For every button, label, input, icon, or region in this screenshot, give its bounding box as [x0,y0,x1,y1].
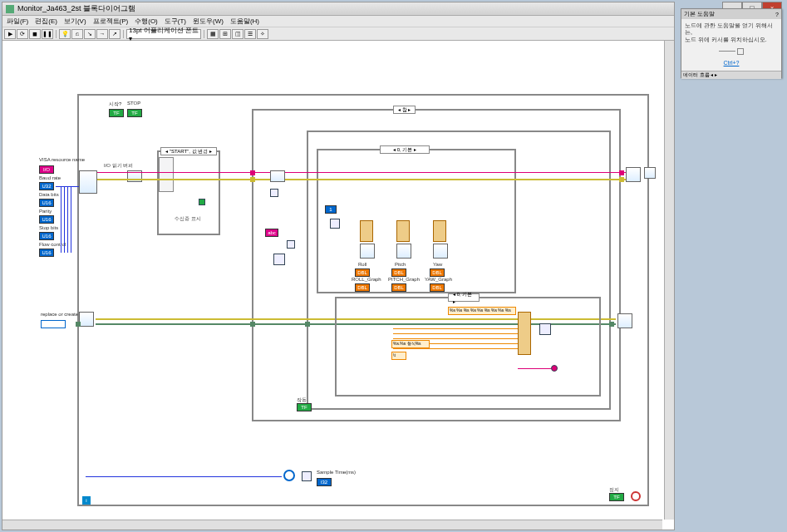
terminal-stop[interactable]: TF [127,109,142,117]
event-data-node[interactable] [159,157,174,192]
wire-o5 [393,348,518,349]
terminal-flow[interactable]: U16 [39,249,54,257]
tab-const[interactable]: \t [391,352,406,360]
indicator-roll[interactable]: DBL [355,268,370,277]
tunnel-1[interactable] [250,170,255,175]
indicator-rollg[interactable]: DBL [355,283,370,292]
visa-configure-node[interactable] [79,170,97,194]
scrollbar-horizontal[interactable] [2,520,662,530]
label-rollg: ROLL_Graph [352,277,381,282]
menu-project[interactable]: 프로젝트(P) [91,17,131,26]
wait-ms-icon[interactable] [283,470,295,481]
indicator-sampletime[interactable]: I32 [317,478,332,486]
terminal-baud[interactable]: U32 [39,182,54,190]
file-open-node[interactable] [79,312,94,327]
case-selector-true[interactable]: ◂ 참 ▸ [393,106,416,114]
menu-window[interactable]: 윈도우(W) [190,17,226,26]
highlight-button[interactable]: 💡 [59,29,71,39]
terminal-visa[interactable]: I/O [39,165,54,174]
error-handler-node[interactable] [644,167,656,179]
tunnel-3[interactable] [250,177,255,182]
menu-bar[interactable]: 파일(F) 편집(E) 보기(V) 프로젝트(P) 수행(O) 도구(T) 윈도… [2,16,674,27]
file-close-node[interactable] [617,313,632,328]
menu-operate[interactable]: 수행(O) [132,17,160,26]
indicator-pitchg[interactable]: DBL [391,283,406,292]
loop-condition[interactable] [631,491,641,501]
build-array-pitch[interactable] [396,244,411,259]
indicator-yaw[interactable]: DBL [430,268,445,277]
distribute-button[interactable]: ⊞ [219,29,231,39]
seq-selector[interactable]: ◂ 0, 기본 ▸ [448,293,480,302]
fname-format[interactable]: %s.%s 형식%s [391,340,430,348]
feedback-node[interactable] [551,365,558,372]
font-selector[interactable]: 13pt 어플리케이션 폰트 ▾ [126,29,201,39]
case-structure-inner[interactable] [317,149,516,293]
menu-help[interactable]: 도움말(H) [228,17,262,26]
label-flow: Flow control [39,242,66,247]
write-text-node[interactable] [539,323,551,335]
terminal-stopbtn[interactable]: TF [609,493,624,501]
align-button[interactable]: ▦ [207,29,219,39]
terminal-start[interactable]: TF [109,109,124,117]
terminal-parity[interactable]: U16 [39,215,54,224]
format-string[interactable]: %s %s %s %s %s %s %s %s %s [448,307,516,315]
visa-bytes-node[interactable] [270,170,285,182]
terminal-databits[interactable]: U16 [39,199,54,207]
scan-node[interactable] [273,254,285,265]
retain-button[interactable]: ⎌ [71,29,83,39]
led-indicator[interactable] [199,199,205,205]
tunnel-2[interactable] [619,170,624,175]
main-window: Monitor_Ja463_2st 블록다이어그램 파일(F) 편집(E) 보기… [2,2,675,530]
tunnel-7[interactable] [305,322,310,327]
unbundle-node[interactable] [330,219,340,229]
wire-o1 [393,328,518,329]
visa-close-node[interactable] [626,167,641,182]
run-button[interactable]: ▶ [4,29,16,39]
scrollbar-vertical[interactable] [664,41,674,520]
build-array-roll[interactable] [360,244,375,259]
prop-node[interactable] [270,189,278,197]
run-cont-button[interactable]: ⟳ [17,29,28,39]
tunnel-5[interactable] [76,322,81,327]
string-const[interactable]: abc [265,229,278,237]
help-line2: 노드 위에 커서를 위치하십시오. [685,37,778,43]
pause-button[interactable]: ❚❚ [42,29,53,39]
build-array-yaw[interactable] [433,244,448,259]
tunnel-6[interactable] [250,322,255,327]
cleanup-button[interactable]: ✧ [257,29,268,39]
tunnel-4[interactable] [619,177,624,182]
wait-node[interactable] [302,471,312,481]
window-title: Monitor_Ja463_2st 블록다이어그램 [17,3,135,14]
block-diagram-canvas[interactable]: ◂ 참 ▸ ◂ 0, 기본 ▸ ◂ "START", 값 변경 ▸ 수신중 표시… [2,41,674,530]
indicator-pitch[interactable]: DBL [391,268,406,277]
bundle-yaw[interactable] [433,220,446,242]
menu-view[interactable]: 보기(V) [61,17,89,26]
menu-file[interactable]: 파일(F) [4,17,31,26]
label-start: 시작? [109,101,121,108]
event-case-selector[interactable]: ◂ "START", 값 변경 ▸ [160,147,217,155]
context-help-window[interactable]: 기본 도움말 ? 노드에 관한 도움말을 얻기 위해서는, 노드 위에 커서를 … [681,8,782,78]
indicator-running[interactable]: TF [297,403,312,411]
compare-node[interactable] [287,240,295,249]
error-wire [97,179,626,180]
case-selector-default[interactable]: ◂ 0, 기본 ▸ [380,145,430,154]
step-into-button[interactable]: ↘ [84,29,96,39]
terminal-stopbits[interactable]: U16 [39,232,54,240]
step-over-button[interactable]: → [96,29,108,39]
format-into-string[interactable] [518,312,531,355]
const-1[interactable]: 1 [325,205,337,214]
abort-button[interactable]: ◼ [29,29,41,39]
tunnel-8[interactable] [609,322,614,327]
menu-tools[interactable]: 도구(T) [162,17,189,26]
resize-button[interactable]: ◫ [232,29,243,39]
help-lock-icon[interactable]: ? [775,12,779,17]
reorder-button[interactable]: ☰ [244,29,256,39]
indicator-yawg[interactable]: DBL [430,283,445,292]
bundle-roll[interactable] [360,220,373,242]
help-morelink[interactable]: Ctrl+? [685,60,778,66]
menu-edit[interactable]: 편집(E) [32,17,60,26]
step-out-button[interactable]: ↗ [109,29,121,39]
bundle-pitch[interactable] [396,220,410,242]
enum-replace[interactable] [41,320,66,328]
title-bar[interactable]: Monitor_Ja463_2st 블록다이어그램 [2,2,674,16]
